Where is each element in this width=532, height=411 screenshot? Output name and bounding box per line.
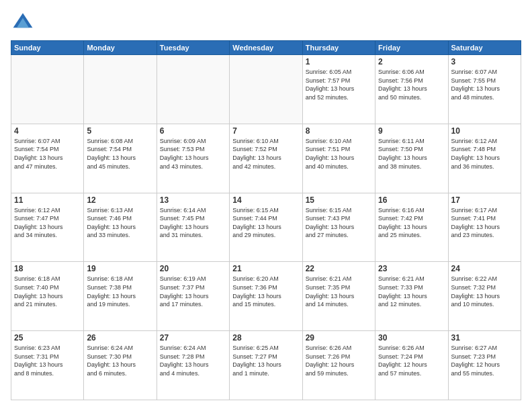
calendar-cell: 14Sunrise: 6:15 AM Sunset: 7:44 PM Dayli… xyxy=(230,193,302,262)
day-number: 23 xyxy=(378,264,445,273)
calendar-cell: 9Sunrise: 6:11 AM Sunset: 7:50 PM Daylig… xyxy=(375,124,448,193)
day-info: Sunrise: 6:15 AM Sunset: 7:44 PM Dayligh… xyxy=(232,206,299,240)
calendar-cell: 18Sunrise: 6:18 AM Sunset: 7:40 PM Dayli… xyxy=(11,262,84,331)
day-info: Sunrise: 6:26 AM Sunset: 7:24 PM Dayligh… xyxy=(378,344,445,377)
day-info: Sunrise: 6:18 AM Sunset: 7:40 PM Dayligh… xyxy=(14,275,81,308)
weekday-header-row: SundayMondayTuesdayWednesdayThursdayFrid… xyxy=(11,41,521,55)
day-info: Sunrise: 6:26 AM Sunset: 7:26 PM Dayligh… xyxy=(306,344,372,377)
calendar-week-4: 25Sunrise: 6:23 AM Sunset: 7:31 PM Dayli… xyxy=(11,331,521,400)
calendar-cell: 4Sunrise: 6:07 AM Sunset: 7:54 PM Daylig… xyxy=(11,124,84,193)
calendar-cell: 2Sunrise: 6:06 AM Sunset: 7:56 PM Daylig… xyxy=(375,55,448,124)
logo xyxy=(11,11,38,35)
day-number: 8 xyxy=(306,126,372,136)
calendar-cell: 6Sunrise: 6:09 AM Sunset: 7:53 PM Daylig… xyxy=(157,124,229,193)
day-info: Sunrise: 6:24 AM Sunset: 7:28 PM Dayligh… xyxy=(160,344,226,377)
day-number: 10 xyxy=(451,126,518,136)
calendar-week-3: 18Sunrise: 6:18 AM Sunset: 7:40 PM Dayli… xyxy=(11,262,521,331)
day-number: 30 xyxy=(378,333,445,342)
day-number: 7 xyxy=(232,126,299,136)
day-info: Sunrise: 6:23 AM Sunset: 7:31 PM Dayligh… xyxy=(14,344,81,377)
day-number: 15 xyxy=(306,195,372,205)
calendar-cell: 26Sunrise: 6:24 AM Sunset: 7:30 PM Dayli… xyxy=(84,331,157,400)
calendar-cell: 10Sunrise: 6:12 AM Sunset: 7:48 PM Dayli… xyxy=(448,124,521,193)
calendar-week-1: 4Sunrise: 6:07 AM Sunset: 7:54 PM Daylig… xyxy=(11,124,521,193)
day-number: 20 xyxy=(160,264,226,273)
day-info: Sunrise: 6:12 AM Sunset: 7:48 PM Dayligh… xyxy=(451,137,518,171)
day-number: 31 xyxy=(451,333,518,342)
calendar-cell: 8Sunrise: 6:10 AM Sunset: 7:51 PM Daylig… xyxy=(302,124,375,193)
day-number: 26 xyxy=(87,333,153,342)
calendar-cell: 19Sunrise: 6:18 AM Sunset: 7:38 PM Dayli… xyxy=(84,262,157,331)
day-info: Sunrise: 6:05 AM Sunset: 7:57 PM Dayligh… xyxy=(306,68,372,101)
calendar-cell: 7Sunrise: 6:10 AM Sunset: 7:52 PM Daylig… xyxy=(230,124,302,193)
calendar-week-2: 11Sunrise: 6:12 AM Sunset: 7:47 PM Dayli… xyxy=(11,193,521,262)
day-number: 19 xyxy=(87,264,153,273)
calendar-cell: 24Sunrise: 6:22 AM Sunset: 7:32 PM Dayli… xyxy=(448,262,521,331)
day-info: Sunrise: 6:21 AM Sunset: 7:35 PM Dayligh… xyxy=(306,275,372,308)
day-number: 11 xyxy=(14,195,81,205)
day-number: 3 xyxy=(451,57,518,66)
day-number: 12 xyxy=(87,195,153,205)
calendar-cell: 5Sunrise: 6:08 AM Sunset: 7:54 PM Daylig… xyxy=(84,124,157,193)
day-number: 22 xyxy=(306,264,372,273)
calendar-cell: 11Sunrise: 6:12 AM Sunset: 7:47 PM Dayli… xyxy=(11,193,84,262)
weekday-saturday: Saturday xyxy=(448,41,521,55)
day-info: Sunrise: 6:09 AM Sunset: 7:53 PM Dayligh… xyxy=(160,137,226,171)
day-info: Sunrise: 6:16 AM Sunset: 7:42 PM Dayligh… xyxy=(378,206,445,240)
day-number: 25 xyxy=(14,333,81,342)
day-number: 4 xyxy=(14,126,81,136)
calendar-cell: 16Sunrise: 6:16 AM Sunset: 7:42 PM Dayli… xyxy=(375,193,448,262)
day-info: Sunrise: 6:08 AM Sunset: 7:54 PM Dayligh… xyxy=(87,137,153,171)
calendar-cell xyxy=(230,55,302,124)
day-number: 18 xyxy=(14,264,81,273)
calendar-cell: 29Sunrise: 6:26 AM Sunset: 7:26 PM Dayli… xyxy=(302,331,375,400)
calendar-cell: 15Sunrise: 6:15 AM Sunset: 7:43 PM Dayli… xyxy=(302,193,375,262)
day-number: 27 xyxy=(160,333,226,342)
weekday-thursday: Thursday xyxy=(302,41,375,55)
calendar-cell: 13Sunrise: 6:14 AM Sunset: 7:45 PM Dayli… xyxy=(157,193,229,262)
day-number: 24 xyxy=(451,264,518,273)
day-info: Sunrise: 6:07 AM Sunset: 7:54 PM Dayligh… xyxy=(14,137,81,171)
day-info: Sunrise: 6:10 AM Sunset: 7:51 PM Dayligh… xyxy=(306,137,372,171)
calendar-cell: 21Sunrise: 6:20 AM Sunset: 7:36 PM Dayli… xyxy=(230,262,302,331)
day-info: Sunrise: 6:12 AM Sunset: 7:47 PM Dayligh… xyxy=(14,206,81,240)
calendar-cell: 20Sunrise: 6:19 AM Sunset: 7:37 PM Dayli… xyxy=(157,262,229,331)
calendar-cell: 28Sunrise: 6:25 AM Sunset: 7:27 PM Dayli… xyxy=(230,331,302,400)
day-number: 2 xyxy=(378,57,445,66)
day-info: Sunrise: 6:21 AM Sunset: 7:33 PM Dayligh… xyxy=(378,275,445,308)
day-number: 1 xyxy=(306,57,372,66)
calendar-cell: 1Sunrise: 6:05 AM Sunset: 7:57 PM Daylig… xyxy=(302,55,375,124)
day-number: 5 xyxy=(87,126,153,136)
day-info: Sunrise: 6:13 AM Sunset: 7:46 PM Dayligh… xyxy=(87,206,153,240)
calendar-cell: 17Sunrise: 6:17 AM Sunset: 7:41 PM Dayli… xyxy=(448,193,521,262)
weekday-wednesday: Wednesday xyxy=(230,41,302,55)
day-info: Sunrise: 6:19 AM Sunset: 7:37 PM Dayligh… xyxy=(160,275,226,308)
day-info: Sunrise: 6:22 AM Sunset: 7:32 PM Dayligh… xyxy=(451,275,518,308)
calendar-cell xyxy=(11,55,84,124)
day-info: Sunrise: 6:17 AM Sunset: 7:41 PM Dayligh… xyxy=(451,206,518,240)
day-number: 14 xyxy=(232,195,299,205)
weekday-tuesday: Tuesday xyxy=(157,41,229,55)
day-info: Sunrise: 6:18 AM Sunset: 7:38 PM Dayligh… xyxy=(87,275,153,308)
calendar-cell: 22Sunrise: 6:21 AM Sunset: 7:35 PM Dayli… xyxy=(302,262,375,331)
calendar-week-0: 1Sunrise: 6:05 AM Sunset: 7:57 PM Daylig… xyxy=(11,55,521,124)
logo-icon xyxy=(11,11,35,35)
day-number: 9 xyxy=(378,126,445,136)
day-info: Sunrise: 6:14 AM Sunset: 7:45 PM Dayligh… xyxy=(160,206,226,240)
day-number: 21 xyxy=(232,264,299,273)
day-info: Sunrise: 6:11 AM Sunset: 7:50 PM Dayligh… xyxy=(378,137,445,171)
header xyxy=(11,11,521,35)
calendar-cell: 23Sunrise: 6:21 AM Sunset: 7:33 PM Dayli… xyxy=(375,262,448,331)
calendar-cell: 3Sunrise: 6:07 AM Sunset: 7:55 PM Daylig… xyxy=(448,55,521,124)
page: SundayMondayTuesdayWednesdayThursdayFrid… xyxy=(0,0,532,411)
calendar-cell: 31Sunrise: 6:27 AM Sunset: 7:23 PM Dayli… xyxy=(448,331,521,400)
day-info: Sunrise: 6:25 AM Sunset: 7:27 PM Dayligh… xyxy=(232,344,299,377)
weekday-monday: Monday xyxy=(84,41,157,55)
day-number: 6 xyxy=(160,126,226,136)
day-number: 17 xyxy=(451,195,518,205)
weekday-friday: Friday xyxy=(375,41,448,55)
day-number: 16 xyxy=(378,195,445,205)
day-info: Sunrise: 6:15 AM Sunset: 7:43 PM Dayligh… xyxy=(306,206,372,240)
day-info: Sunrise: 6:24 AM Sunset: 7:30 PM Dayligh… xyxy=(87,344,153,377)
day-info: Sunrise: 6:06 AM Sunset: 7:56 PM Dayligh… xyxy=(378,68,445,101)
